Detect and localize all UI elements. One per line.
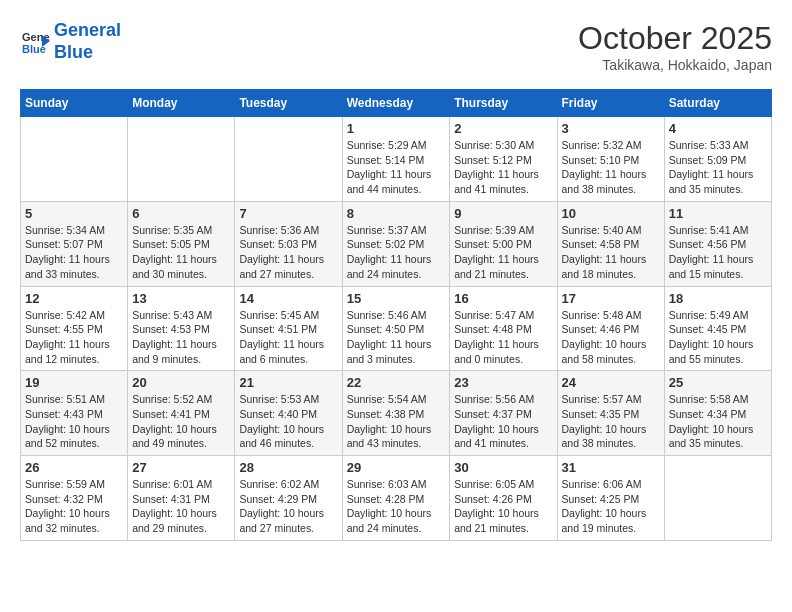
day-number: 2	[454, 121, 552, 136]
calendar-cell: 13Sunrise: 5:43 AM Sunset: 4:53 PM Dayli…	[128, 286, 235, 371]
day-info: Sunrise: 5:37 AM Sunset: 5:02 PM Dayligh…	[347, 223, 446, 282]
calendar-cell: 14Sunrise: 5:45 AM Sunset: 4:51 PM Dayli…	[235, 286, 342, 371]
calendar-cell	[128, 117, 235, 202]
calendar-cell: 18Sunrise: 5:49 AM Sunset: 4:45 PM Dayli…	[664, 286, 771, 371]
calendar-cell: 8Sunrise: 5:37 AM Sunset: 5:02 PM Daylig…	[342, 201, 450, 286]
calendar-cell	[21, 117, 128, 202]
location-subtitle: Takikawa, Hokkaido, Japan	[578, 57, 772, 73]
day-number: 28	[239, 460, 337, 475]
weekday-header-wednesday: Wednesday	[342, 90, 450, 117]
day-info: Sunrise: 5:53 AM Sunset: 4:40 PM Dayligh…	[239, 392, 337, 451]
month-title: October 2025	[578, 20, 772, 57]
logo-text: General Blue	[54, 20, 121, 63]
calendar-cell: 26Sunrise: 5:59 AM Sunset: 4:32 PM Dayli…	[21, 456, 128, 541]
day-info: Sunrise: 6:02 AM Sunset: 4:29 PM Dayligh…	[239, 477, 337, 536]
day-number: 5	[25, 206, 123, 221]
calendar-cell	[235, 117, 342, 202]
calendar-cell: 25Sunrise: 5:58 AM Sunset: 4:34 PM Dayli…	[664, 371, 771, 456]
calendar-week-row: 19Sunrise: 5:51 AM Sunset: 4:43 PM Dayli…	[21, 371, 772, 456]
day-info: Sunrise: 5:40 AM Sunset: 4:58 PM Dayligh…	[562, 223, 660, 282]
day-info: Sunrise: 6:06 AM Sunset: 4:25 PM Dayligh…	[562, 477, 660, 536]
day-number: 31	[562, 460, 660, 475]
day-info: Sunrise: 5:43 AM Sunset: 4:53 PM Dayligh…	[132, 308, 230, 367]
calendar-week-row: 26Sunrise: 5:59 AM Sunset: 4:32 PM Dayli…	[21, 456, 772, 541]
day-number: 11	[669, 206, 767, 221]
weekday-header-thursday: Thursday	[450, 90, 557, 117]
calendar-cell: 7Sunrise: 5:36 AM Sunset: 5:03 PM Daylig…	[235, 201, 342, 286]
day-info: Sunrise: 6:05 AM Sunset: 4:26 PM Dayligh…	[454, 477, 552, 536]
calendar-cell: 23Sunrise: 5:56 AM Sunset: 4:37 PM Dayli…	[450, 371, 557, 456]
calendar-cell: 31Sunrise: 6:06 AM Sunset: 4:25 PM Dayli…	[557, 456, 664, 541]
day-number: 29	[347, 460, 446, 475]
day-info: Sunrise: 5:39 AM Sunset: 5:00 PM Dayligh…	[454, 223, 552, 282]
calendar-cell: 27Sunrise: 6:01 AM Sunset: 4:31 PM Dayli…	[128, 456, 235, 541]
weekday-header-monday: Monday	[128, 90, 235, 117]
weekday-header-friday: Friday	[557, 90, 664, 117]
calendar-table: SundayMondayTuesdayWednesdayThursdayFrid…	[20, 89, 772, 541]
day-number: 25	[669, 375, 767, 390]
day-number: 19	[25, 375, 123, 390]
calendar-cell: 30Sunrise: 6:05 AM Sunset: 4:26 PM Dayli…	[450, 456, 557, 541]
day-number: 15	[347, 291, 446, 306]
calendar-week-row: 1Sunrise: 5:29 AM Sunset: 5:14 PM Daylig…	[21, 117, 772, 202]
day-number: 12	[25, 291, 123, 306]
logo-icon: General Blue	[20, 27, 50, 57]
day-number: 13	[132, 291, 230, 306]
calendar-cell: 5Sunrise: 5:34 AM Sunset: 5:07 PM Daylig…	[21, 201, 128, 286]
day-number: 10	[562, 206, 660, 221]
day-info: Sunrise: 5:48 AM Sunset: 4:46 PM Dayligh…	[562, 308, 660, 367]
day-info: Sunrise: 5:30 AM Sunset: 5:12 PM Dayligh…	[454, 138, 552, 197]
calendar-cell: 2Sunrise: 5:30 AM Sunset: 5:12 PM Daylig…	[450, 117, 557, 202]
calendar-cell: 16Sunrise: 5:47 AM Sunset: 4:48 PM Dayli…	[450, 286, 557, 371]
calendar-cell: 24Sunrise: 5:57 AM Sunset: 4:35 PM Dayli…	[557, 371, 664, 456]
day-number: 14	[239, 291, 337, 306]
calendar-cell: 19Sunrise: 5:51 AM Sunset: 4:43 PM Dayli…	[21, 371, 128, 456]
day-info: Sunrise: 5:49 AM Sunset: 4:45 PM Dayligh…	[669, 308, 767, 367]
calendar-cell: 12Sunrise: 5:42 AM Sunset: 4:55 PM Dayli…	[21, 286, 128, 371]
calendar-week-row: 12Sunrise: 5:42 AM Sunset: 4:55 PM Dayli…	[21, 286, 772, 371]
day-info: Sunrise: 5:57 AM Sunset: 4:35 PM Dayligh…	[562, 392, 660, 451]
day-info: Sunrise: 5:51 AM Sunset: 4:43 PM Dayligh…	[25, 392, 123, 451]
day-number: 24	[562, 375, 660, 390]
day-number: 17	[562, 291, 660, 306]
day-number: 22	[347, 375, 446, 390]
day-number: 8	[347, 206, 446, 221]
calendar-cell: 28Sunrise: 6:02 AM Sunset: 4:29 PM Dayli…	[235, 456, 342, 541]
day-info: Sunrise: 5:41 AM Sunset: 4:56 PM Dayligh…	[669, 223, 767, 282]
calendar-cell: 3Sunrise: 5:32 AM Sunset: 5:10 PM Daylig…	[557, 117, 664, 202]
day-info: Sunrise: 5:47 AM Sunset: 4:48 PM Dayligh…	[454, 308, 552, 367]
calendar-cell: 29Sunrise: 6:03 AM Sunset: 4:28 PM Dayli…	[342, 456, 450, 541]
day-info: Sunrise: 5:36 AM Sunset: 5:03 PM Dayligh…	[239, 223, 337, 282]
day-number: 26	[25, 460, 123, 475]
title-block: October 2025 Takikawa, Hokkaido, Japan	[578, 20, 772, 73]
day-info: Sunrise: 5:59 AM Sunset: 4:32 PM Dayligh…	[25, 477, 123, 536]
calendar-cell: 17Sunrise: 5:48 AM Sunset: 4:46 PM Dayli…	[557, 286, 664, 371]
calendar-cell: 6Sunrise: 5:35 AM Sunset: 5:05 PM Daylig…	[128, 201, 235, 286]
weekday-header-tuesday: Tuesday	[235, 90, 342, 117]
day-info: Sunrise: 5:32 AM Sunset: 5:10 PM Dayligh…	[562, 138, 660, 197]
day-number: 16	[454, 291, 552, 306]
day-number: 7	[239, 206, 337, 221]
page-header: General Blue General Blue October 2025 T…	[20, 20, 772, 73]
day-number: 27	[132, 460, 230, 475]
day-info: Sunrise: 5:52 AM Sunset: 4:41 PM Dayligh…	[132, 392, 230, 451]
day-info: Sunrise: 5:29 AM Sunset: 5:14 PM Dayligh…	[347, 138, 446, 197]
weekday-header-row: SundayMondayTuesdayWednesdayThursdayFrid…	[21, 90, 772, 117]
day-number: 21	[239, 375, 337, 390]
logo: General Blue General Blue	[20, 20, 121, 63]
calendar-cell: 15Sunrise: 5:46 AM Sunset: 4:50 PM Dayli…	[342, 286, 450, 371]
day-info: Sunrise: 5:54 AM Sunset: 4:38 PM Dayligh…	[347, 392, 446, 451]
day-info: Sunrise: 5:34 AM Sunset: 5:07 PM Dayligh…	[25, 223, 123, 282]
day-info: Sunrise: 6:01 AM Sunset: 4:31 PM Dayligh…	[132, 477, 230, 536]
day-info: Sunrise: 5:56 AM Sunset: 4:37 PM Dayligh…	[454, 392, 552, 451]
calendar-cell: 11Sunrise: 5:41 AM Sunset: 4:56 PM Dayli…	[664, 201, 771, 286]
weekday-header-saturday: Saturday	[664, 90, 771, 117]
calendar-week-row: 5Sunrise: 5:34 AM Sunset: 5:07 PM Daylig…	[21, 201, 772, 286]
calendar-cell	[664, 456, 771, 541]
calendar-cell: 10Sunrise: 5:40 AM Sunset: 4:58 PM Dayli…	[557, 201, 664, 286]
day-number: 6	[132, 206, 230, 221]
day-info: Sunrise: 5:42 AM Sunset: 4:55 PM Dayligh…	[25, 308, 123, 367]
day-number: 30	[454, 460, 552, 475]
day-number: 9	[454, 206, 552, 221]
day-number: 4	[669, 121, 767, 136]
